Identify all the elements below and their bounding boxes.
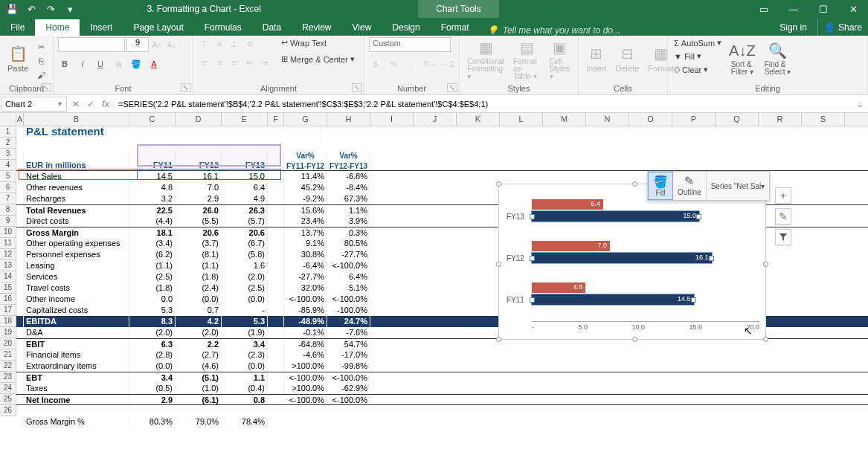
cell[interactable]: (0.0) [176, 294, 222, 305]
save-icon[interactable]: 💾 [3, 1, 21, 17]
cell[interactable]: (1.1) [129, 260, 176, 271]
cell[interactable]: 5.1% [327, 282, 370, 294]
cell[interactable]: 8.3 [129, 316, 176, 327]
cell[interactable]: 0.8 [222, 395, 268, 404]
cell[interactable] [16, 182, 24, 193]
cell[interactable]: 6.3 [129, 339, 176, 349]
chart-styles-button[interactable]: ✎ [775, 208, 791, 225]
cell[interactable]: <-100.0% [327, 294, 370, 305]
row-header-4[interactable]: 4 [0, 160, 16, 171]
row-header-6[interactable]: 6 [0, 182, 16, 193]
cell[interactable]: (0.0) [222, 361, 268, 372]
col-header-I[interactable]: I [370, 113, 414, 126]
col-header-R[interactable]: R [759, 113, 802, 126]
mini-series-select[interactable]: Series "Net Sal▾ [707, 172, 769, 200]
cell[interactable] [16, 305, 24, 316]
col-header-J[interactable]: J [414, 113, 457, 126]
cell[interactable]: Taxes [24, 383, 129, 394]
cell[interactable] [16, 282, 24, 294]
row-header-25[interactable]: 25 [0, 394, 16, 405]
cell[interactable]: Extraordinary items [24, 361, 129, 372]
chart-bar[interactable]: 14.5 [532, 294, 694, 305]
cell[interactable]: 1.1 [222, 372, 268, 383]
cell[interactable]: (0.4) [222, 383, 268, 394]
row-header-13[interactable]: 13 [0, 260, 16, 271]
cell[interactable]: 1.6 [222, 260, 268, 271]
cell[interactable]: 22.5 [129, 205, 176, 216]
col-header-Q[interactable]: Q [716, 113, 759, 126]
cell[interactable]: (1.0) [176, 383, 222, 394]
cell[interactable]: D&A [24, 327, 129, 338]
cell[interactable] [16, 349, 24, 361]
cell[interactable]: P&L statement [24, 126, 321, 140]
cell[interactable] [16, 216, 24, 227]
col-header-G[interactable]: G [284, 113, 327, 126]
col-header-L[interactable]: L [500, 113, 543, 126]
number-launcher-icon[interactable]: ⤡ [447, 83, 457, 92]
cell[interactable]: (1.8) [176, 271, 222, 282]
cell[interactable] [268, 238, 284, 249]
clear-button[interactable]: ◇Clear ▾ [672, 64, 723, 75]
cell[interactable] [268, 395, 284, 404]
cell[interactable]: Var%FY12-FY13 [327, 151, 370, 170]
col-header-D[interactable]: D [176, 113, 222, 126]
cell[interactable] [268, 361, 284, 372]
cell[interactable]: - [222, 305, 268, 316]
cell[interactable] [16, 339, 24, 349]
conditional-formatting-button[interactable]: ▦ConditionalFormatting ▾ [464, 37, 507, 82]
row-header-9[interactable]: 9 [0, 216, 16, 227]
cell[interactable] [16, 151, 24, 170]
cell[interactable] [16, 227, 24, 238]
row-header-1[interactable]: 1 [0, 126, 16, 138]
insert-cells-button[interactable]: ⊞Insert [583, 37, 610, 80]
cell[interactable] [16, 361, 24, 372]
font-color-icon[interactable]: A [147, 57, 161, 71]
col-header-S[interactable]: S [802, 113, 845, 126]
cell[interactable]: (6.7) [222, 238, 268, 249]
cell[interactable]: 80.5% [327, 238, 370, 249]
row-header-5[interactable]: 5 [0, 171, 16, 182]
cell[interactable] [16, 327, 24, 338]
cell[interactable]: (2.5) [222, 282, 268, 294]
cell[interactable]: 20.6 [176, 227, 222, 238]
worksheet[interactable]: ABCDEFGHIJKLMNOPQRS 12345678910111213141… [0, 113, 868, 452]
cell[interactable] [268, 349, 284, 361]
cell[interactable] [16, 238, 24, 249]
formula-input[interactable]: =SERIES('2.2 P&L statement'!$B$4;'2.2 P&… [113, 97, 856, 112]
increase-font-icon[interactable]: A↑ [150, 38, 164, 51]
cell[interactable]: Gross Margin % [24, 416, 129, 427]
cell[interactable]: EUR in millions [24, 151, 129, 170]
row-header-24[interactable]: 24 [0, 383, 16, 394]
tab-format[interactable]: Format [431, 19, 480, 36]
cell[interactable]: 6.4 [222, 182, 268, 193]
cell[interactable]: <-100.0% [327, 372, 370, 383]
cell[interactable]: 26.3 [222, 205, 268, 216]
cell[interactable]: (0.0) [129, 361, 176, 372]
cell[interactable]: 1.1% [327, 205, 370, 216]
cell[interactable]: -64.8% [284, 339, 327, 349]
tab-home[interactable]: Home [35, 19, 80, 36]
expand-formula-icon[interactable]: ⌄ [856, 99, 868, 109]
cell[interactable]: 3.9% [327, 216, 370, 227]
tab-view[interactable]: View [342, 19, 382, 36]
cell[interactable]: Leasing [24, 260, 129, 271]
cell[interactable] [268, 383, 284, 394]
cell[interactable]: 20.6 [222, 227, 268, 238]
cell[interactable]: 79.0% [176, 416, 222, 427]
cell[interactable]: >100.0% [284, 361, 327, 372]
cell[interactable]: Total Revenues [24, 205, 129, 216]
cell[interactable]: (2.4) [176, 282, 222, 294]
number-format-select[interactable]: Custom [369, 37, 451, 52]
cell[interactable]: Other income [24, 294, 129, 305]
cell[interactable]: EBITDA [24, 316, 129, 327]
row-header-2[interactable]: 2 [0, 138, 16, 149]
col-header-K[interactable]: K [457, 113, 500, 126]
chevron-down-icon[interactable]: ▼ [57, 100, 63, 108]
chart-bar[interactable]: 16.1 [532, 253, 712, 263]
col-header-M[interactable]: M [543, 113, 586, 126]
cell[interactable]: -99.8% [327, 361, 370, 372]
cell[interactable]: (5.7) [222, 216, 268, 227]
cell[interactable]: -7.6% [327, 327, 370, 338]
cell[interactable]: (2.7) [176, 349, 222, 361]
cell[interactable]: 3.2 [129, 193, 176, 204]
